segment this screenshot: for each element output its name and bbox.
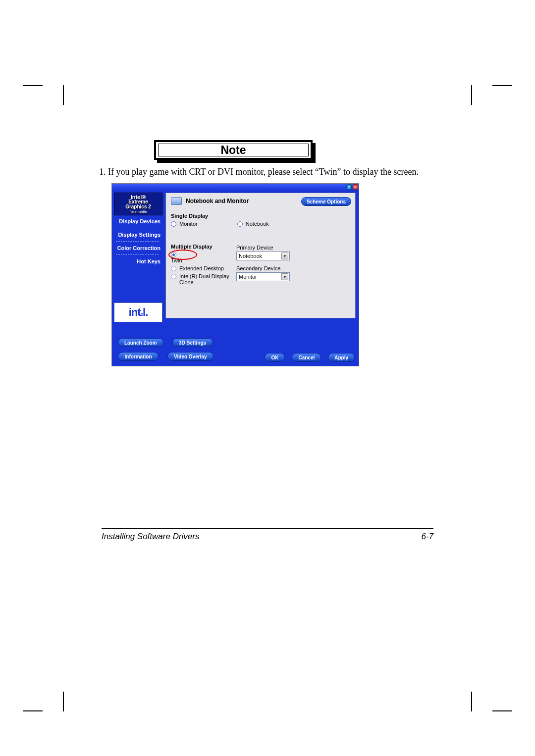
sidebar-item-display-devices[interactable]: Display Devices [114, 215, 162, 227]
ok-button[interactable]: OK [265, 353, 285, 362]
intel-graphics-window: ? × Intel® Extreme Graphics 2 for mobile… [111, 183, 359, 366]
radio-extended-desktop[interactable]: Extended Desktop [171, 265, 230, 271]
cancel-button[interactable]: Cancel [292, 353, 321, 362]
panel-title: Notebook and Monitor [186, 198, 249, 204]
radio-icon [171, 274, 176, 279]
radio-icon [171, 221, 176, 227]
page-footer: Installing Software Drivers 6-7 [102, 532, 433, 542]
chevron-down-icon: ▼ [281, 252, 288, 259]
footer-section: Installing Software Drivers [102, 532, 199, 542]
product-logo: Intel® Extreme Graphics 2 for mobile [114, 193, 162, 215]
sidebar: Intel® Extreme Graphics 2 for mobile Dis… [114, 193, 162, 267]
footer-rule [102, 528, 433, 529]
radio-icon [237, 221, 243, 227]
video-overlay-button[interactable]: Video Overlay [167, 352, 214, 361]
apply-button[interactable]: Apply [328, 353, 355, 362]
secondary-device-label: Secondary Device [236, 265, 290, 271]
primary-device-select[interactable]: Notebook ▼ [236, 252, 290, 260]
3d-settings-button[interactable]: 3D Settings [172, 338, 213, 347]
titlebar: ? × [112, 184, 359, 191]
sidebar-item-hot-keys[interactable]: Hot Keys [114, 255, 162, 267]
monitor-icon [171, 197, 182, 205]
single-display-group: Single Display Monitor Notebook [171, 213, 349, 229]
chevron-down-icon: ▼ [281, 273, 288, 280]
note-text: 1. If you play game with CRT or DVI moni… [99, 166, 446, 178]
help-icon[interactable]: ? [346, 184, 352, 190]
single-display-title: Single Display [171, 213, 349, 219]
sidebar-item-display-settings[interactable]: Display Settings [114, 229, 162, 241]
radio-icon [171, 252, 176, 257]
note-heading: Note [158, 144, 309, 156]
launch-zoom-button[interactable]: Launch Zoom [118, 338, 163, 347]
radio-monitor[interactable]: Monitor [171, 221, 198, 227]
scheme-options-button[interactable]: Scheme Options [301, 197, 351, 206]
close-icon[interactable]: × [353, 184, 358, 190]
note-heading-box: Note [154, 140, 316, 162]
radio-dual-display-clone[interactable]: Intel(R) Dual Display Clone [171, 273, 230, 285]
sidebar-item-color-correction[interactable]: Color Correction [114, 242, 162, 254]
intel-brand-logo: intel. [114, 302, 162, 322]
main-panel: Notebook and Monitor Scheme Options Sing… [165, 193, 356, 318]
radio-notebook[interactable]: Notebook [237, 221, 269, 227]
secondary-device-select[interactable]: Monitor ▼ [236, 272, 290, 281]
information-button[interactable]: Information [118, 352, 159, 361]
radio-icon [171, 266, 176, 271]
radio-twin[interactable]: Twin [171, 252, 182, 263]
footer-page: 6-7 [421, 532, 433, 542]
multiple-display-group: Multiple Display Twin Extended Desktop I… [171, 244, 349, 287]
primary-device-label: Primary Device [236, 245, 290, 251]
